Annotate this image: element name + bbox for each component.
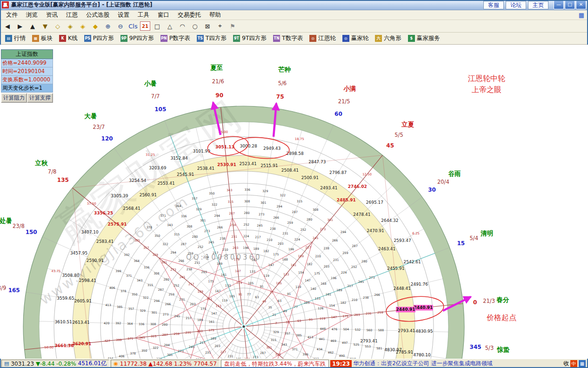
flag-button[interactable]: ⚑ [227, 20, 238, 32]
menu-item-9[interactable]: 帮助 [205, 10, 225, 20]
pointer-button[interactable]: ▲ [27, 20, 38, 32]
layout-icon[interactable]: ▦ [579, 360, 586, 367]
module-7[interactable]: 9T9T四方形 [230, 33, 270, 43]
titlebar-button-2[interactable]: 主页 [528, 1, 548, 9]
cls-button[interactable]: Cls [127, 20, 139, 32]
triangle-tool-button[interactable]: △ [164, 20, 175, 32]
menu-item-3[interactable]: 江恩 [62, 10, 82, 20]
diamond-half-button[interactable]: ◈ [65, 20, 76, 32]
arc-tool-button[interactable]: ◠ [177, 20, 188, 32]
svg-text:336: 336 [139, 322, 144, 326]
module-0[interactable]: ▤行情 [2, 33, 29, 43]
ime-cn-icon[interactable]: 中 [570, 360, 577, 367]
svg-text:273: 273 [163, 313, 168, 316]
svg-text:345: 345 [470, 344, 481, 350]
calc-resistance-button[interactable]: 计算阻力 [1, 93, 27, 103]
module-12[interactable]: $赢家服务 [405, 33, 443, 43]
child-window-icon[interactable]: ▦ [579, 12, 586, 19]
news-ticker-2[interactable]: 华力创通：出资2亿设立子公司 进一步聚焦集成电路领域 [353, 360, 562, 368]
menu-item-4[interactable]: 公式选股 [82, 10, 114, 20]
module-label-0: 行情 [14, 34, 26, 42]
module-1[interactable]: ▦板块 [29, 33, 56, 43]
svg-text:462: 462 [328, 351, 334, 355]
menu-item-2[interactable]: 资讯 [42, 10, 62, 20]
module-4[interactable]: 9P9P四方形 [117, 33, 157, 43]
module-label-4: 9P四方形 [129, 34, 154, 42]
svg-text:210: 210 [267, 238, 272, 242]
svg-text:203: 203 [190, 302, 195, 306]
module-6[interactable]: TST四方形 [194, 33, 230, 43]
svg-text:77: 77 [247, 293, 251, 296]
svg-text:7/8: 7/8 [48, 168, 57, 175]
module-5[interactable]: PNP数字表 [157, 33, 194, 43]
module-10[interactable]: ◎赢家轮 [339, 33, 372, 43]
maximize-button[interactable]: □ [565, 0, 575, 9]
module-9[interactable]: ◎江恩轮 [306, 33, 339, 43]
svg-text:2463.41: 2463.41 [378, 247, 395, 251]
svg-text:182: 182 [307, 262, 312, 266]
diamond-outline-button[interactable]: ◇ [52, 20, 63, 32]
gann-wheel: 赢家财富网www.yingjia360.comQQ:1008003606.251… [0, 45, 588, 359]
module-icon-9: ◎ [309, 35, 316, 42]
sz-index-volume: 7704.57 [194, 361, 217, 367]
svg-text:329: 329 [275, 353, 281, 356]
svg-text:560: 560 [367, 328, 372, 332]
back-button[interactable]: ◀ [2, 20, 13, 32]
menu-item-1[interactable]: 浏览 [22, 10, 42, 20]
menu-bar-items: 文件浏览资讯江恩公式选股设置工具窗口交易委托帮助 [2, 10, 579, 20]
status-bar: ▤ 3031.23 ▼-8.44 -0.28% 4516.01亿 ◉ 11772… [0, 359, 588, 368]
svg-text:2491.76: 2491.76 [411, 282, 428, 287]
circle-tool-button[interactable]: ○ [189, 20, 200, 32]
menu-item-6[interactable]: 工具 [134, 10, 154, 20]
svg-text:7/7: 7/7 [151, 93, 160, 100]
diamond-solid-button[interactable]: ◆ [90, 20, 101, 32]
module-3[interactable]: PSP四方形 [81, 33, 117, 43]
zoom-in-button[interactable]: ⊕ [102, 20, 114, 32]
svg-text:105: 105 [154, 106, 166, 113]
menu-item-0[interactable]: 文件 [2, 10, 22, 20]
minimize-button[interactable]: — [554, 0, 564, 9]
crosshair-button[interactable]: ⌖ [214, 20, 226, 32]
forward-button[interactable]: ▶ [14, 20, 26, 32]
chart-area[interactable]: 赢家财富网www.yingjia360.comQQ:1008003606.251… [0, 45, 588, 359]
svg-text:2598.41: 2598.41 [79, 278, 96, 283]
svg-text:266: 266 [332, 239, 338, 242]
svg-text:364: 364 [127, 322, 133, 326]
module-icon-8: TN [273, 35, 280, 42]
module-11[interactable]: 六六角形 [372, 33, 405, 43]
close-button[interactable]: ✕ [576, 0, 586, 9]
diamond-half-2-button[interactable]: ◈ [77, 20, 88, 32]
svg-text:245: 245 [257, 224, 262, 227]
svg-text:294: 294 [154, 299, 160, 303]
svg-text:238: 238 [363, 296, 368, 300]
sh-index-value: 3031.23 [11, 361, 34, 367]
svg-text:2500.91: 2500.91 [301, 175, 319, 180]
rect-tool-button[interactable]: □ [152, 20, 163, 32]
svg-text:322: 322 [212, 203, 217, 207]
funnel-button[interactable]: ▼ [40, 20, 51, 32]
titlebar-button-0[interactable]: 客服 [483, 1, 504, 9]
calc-support-button[interactable]: 计算支撑 [27, 93, 53, 103]
svg-text:154: 154 [298, 271, 304, 274]
svg-text:18.75: 18.75 [295, 137, 304, 141]
menu-item-8[interactable]: 交易委托 [174, 10, 205, 20]
calendar-21-button[interactable]: 21 [140, 21, 150, 31]
svg-text:238: 238 [270, 227, 275, 231]
svg-text:336: 336 [244, 188, 250, 192]
zoom-out-button[interactable]: ⊖ [115, 20, 126, 32]
delete-shape-button[interactable]: ⊠ [202, 20, 213, 32]
titlebar-button-1[interactable]: 论坛 [506, 1, 526, 9]
svg-text:294: 294 [276, 205, 282, 208]
svg-text:30: 30 [428, 187, 436, 193]
menu-item-7[interactable]: 窗口 [154, 10, 174, 20]
svg-text:364: 364 [175, 204, 181, 208]
module-8[interactable]: TNT数字表 [270, 33, 306, 43]
svg-text:231: 231 [205, 351, 211, 355]
module-2[interactable]: KK线 [56, 33, 81, 43]
menu-item-5[interactable]: 设置 [114, 10, 134, 20]
svg-text:252: 252 [301, 228, 306, 232]
svg-text:336: 336 [181, 214, 187, 218]
news-ticker-1[interactable]: 盘前走低，特斯拉跌3.44%，蔚来汽车跌 [221, 360, 329, 368]
module-icon-2: K [59, 35, 66, 42]
svg-text:168: 168 [282, 258, 288, 261]
